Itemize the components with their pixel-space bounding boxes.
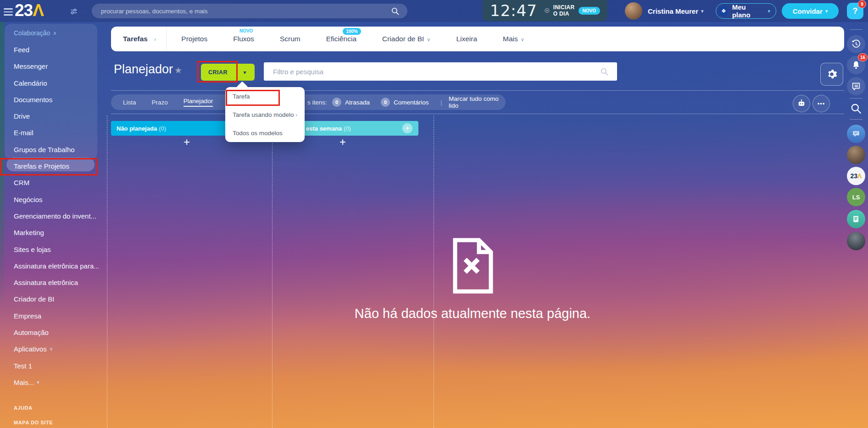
help-button[interactable]: ? 9	[847, 3, 863, 19]
chat-recent-avatar[interactable]	[847, 125, 865, 143]
sidebar-item-negocios[interactable]: Negócios	[0, 191, 101, 208]
add-task-button[interactable]: +	[339, 137, 346, 147]
create-button[interactable]: CRIAR	[201, 64, 235, 81]
tab-fluxos[interactable]: NOVO Fluxos	[233, 35, 254, 43]
sidebar-item-sites-e-lojas[interactable]: Sites e lojas	[0, 241, 101, 258]
chevron-down-icon: ▾	[243, 69, 246, 76]
hamburger-menu-icon[interactable]	[4, 6, 13, 17]
rail-search-icon[interactable]	[850, 103, 862, 115]
chevron-down-icon: ▾	[37, 379, 39, 385]
sidebar-item-documentos[interactable]: Documentos	[0, 91, 101, 108]
plan-diamond-icon: ❖	[719, 5, 729, 16]
news-doc-icon	[851, 214, 861, 224]
mark-all-read-button[interactable]: Marcar tudo como lido	[449, 94, 506, 110]
empty-state-message: Não há dados atualmente nesta página.	[289, 306, 656, 321]
sidebar-item-messenger[interactable]: Messenger	[0, 58, 101, 75]
sidebar-item-assinatura-eletronica[interactable]: Assinatura eletrônica	[0, 274, 101, 291]
sidebar-item-email[interactable]: E-mail	[0, 125, 101, 141]
sidebar-item-assinatura-eletronica-para[interactable]: Assinatura eletrônica para...	[0, 258, 99, 274]
recent-user-avatar[interactable]	[847, 232, 865, 250]
comments-label[interactable]: Comentários	[394, 94, 429, 110]
sidebar-item-empresa[interactable]: Empresa	[0, 307, 101, 324]
app-logo[interactable]: 23Λ	[15, 0, 44, 21]
toolbar-divider	[111, 90, 844, 91]
favorite-star-icon[interactable]: ★	[174, 65, 182, 76]
ellipsis-icon: •••	[818, 100, 825, 107]
notifications-button[interactable]: 16	[847, 56, 865, 74]
user-menu[interactable]: Cristina Meurer ▾	[648, 0, 704, 22]
sidebar-item-crm[interactable]: CRM	[0, 175, 101, 191]
view-tab-prazo[interactable]: Prazo	[152, 99, 168, 106]
sidebar-item-marketing[interactable]: Marketing	[0, 225, 101, 241]
search-icon[interactable]	[391, 7, 400, 16]
add-task-button[interactable]: +	[184, 137, 190, 147]
more-options-button[interactable]: •••	[812, 95, 830, 112]
page-title: Planejador	[114, 62, 173, 77]
history-button[interactable]	[847, 35, 865, 53]
menu-item-tarefa[interactable]: Tarefa	[225, 87, 305, 105]
workday-widget[interactable]: 12:47 INICIAR O DIA NOVO	[483, 0, 607, 21]
chevron-down-icon: ▾	[768, 8, 770, 14]
play-icon[interactable]	[545, 6, 550, 15]
clock-time: 12:47	[490, 1, 537, 20]
chevron-right-icon[interactable]: ›	[154, 36, 156, 43]
filter-search-icon[interactable]	[600, 67, 609, 76]
menu-item-tarefa-usando-modelo[interactable]: Tarefa usando modelo ›	[225, 105, 305, 124]
recent-user-avatar[interactable]	[847, 146, 865, 164]
tab-mais[interactable]: Mais∨	[503, 35, 524, 43]
ls-avatar[interactable]: LS	[847, 188, 865, 206]
settings-button[interactable]	[820, 63, 843, 86]
sidebar-item-automacao[interactable]: Automação	[0, 324, 101, 340]
add-column-task-icon[interactable]: +	[402, 123, 412, 133]
novo-label: NOVO	[239, 28, 253, 33]
document-avatar[interactable]	[847, 210, 865, 228]
comments-count-badge: 0	[381, 98, 390, 107]
sidebar-item-gerenciamento-inventario[interactable]: Gerenciamento do invent...	[0, 208, 99, 224]
help-badge: 9	[858, 0, 866, 8]
chevron-down-icon: ▾	[825, 8, 828, 14]
chat-sync-button[interactable]	[847, 77, 865, 95]
view-tab-planejador[interactable]: Planejador	[184, 98, 213, 107]
filter-search-input[interactable]	[264, 62, 617, 81]
overdue-label[interactable]: Atrasada	[345, 94, 370, 110]
sidebar-item-test-1[interactable]: Test 1	[0, 357, 101, 374]
sidebar-item-drive[interactable]: Drive	[0, 108, 101, 124]
tab-tarefas[interactable]: Tarefas	[123, 35, 148, 43]
board-column-separator	[272, 115, 273, 428]
global-search-input[interactable]	[92, 4, 407, 18]
no-data-document-icon	[452, 237, 494, 294]
start-day-button[interactable]: INICIAR O DIA	[553, 4, 575, 17]
tab-lixeira[interactable]: Lixeira	[456, 35, 477, 43]
sidebar-item-feed[interactable]: Feed	[0, 41, 101, 58]
sidebar-item-grupos-de-trabalho[interactable]: Grupos de Trabalho	[0, 141, 101, 158]
tab-scrum[interactable]: Scrum	[280, 35, 300, 43]
menu-item-todos-os-modelos[interactable]: Todos os modelos	[225, 124, 305, 142]
my-plan-button[interactable]: ❖ Meu plano ▾	[716, 3, 776, 19]
sidebar-item-mais[interactable]: Mais...▾	[0, 374, 101, 390]
sidebar-item-tarefas-e-projetos[interactable]: Tarefas e Projetos	[0, 158, 101, 174]
tab-criador-de-bi[interactable]: Criador de BI∨	[382, 35, 430, 43]
sidebar-footer-mapa-do-site[interactable]: MAPA DO SITE	[14, 420, 53, 425]
sidebar-item-criador-de-bi[interactable]: Criador de BI	[0, 291, 101, 307]
tab-eficiencia[interactable]: 100% Eficiência	[326, 35, 356, 43]
sidebar-item-calendario[interactable]: Calendário	[0, 75, 101, 91]
gear-icon	[826, 69, 837, 80]
chevron-down-icon: ▾	[701, 8, 704, 14]
workspace-logo-avatar[interactable]: 23Λ	[847, 167, 865, 185]
vtabs-divider: |	[440, 94, 442, 110]
invite-button[interactable]: Convidar ▾	[782, 3, 839, 19]
board-top-divider	[111, 114, 844, 114]
tab-projetos[interactable]: Projetos	[181, 35, 207, 43]
create-dropdown-button[interactable]: ▾	[235, 64, 255, 81]
sidebar-footer-ajuda[interactable]: AJUDA	[14, 405, 33, 411]
column-count: (0)	[344, 125, 351, 132]
robot-automation-button[interactable]	[793, 95, 810, 112]
sidebar-item-aplicativos[interactable]: Aplicativos∨	[0, 341, 101, 357]
view-tabs-bar: Lista Prazo Planejador Calendário s iten…	[111, 94, 506, 110]
sidebar-group-colaboracao[interactable]: Colaboração ∧	[0, 25, 101, 41]
user-avatar[interactable]	[625, 2, 642, 20]
create-dropdown-menu: Tarefa Tarefa usando modelo › Todos os m…	[225, 87, 305, 142]
sliders-icon[interactable]	[70, 7, 78, 16]
rail-divider	[850, 119, 862, 120]
view-tab-lista[interactable]: Lista	[123, 99, 136, 106]
